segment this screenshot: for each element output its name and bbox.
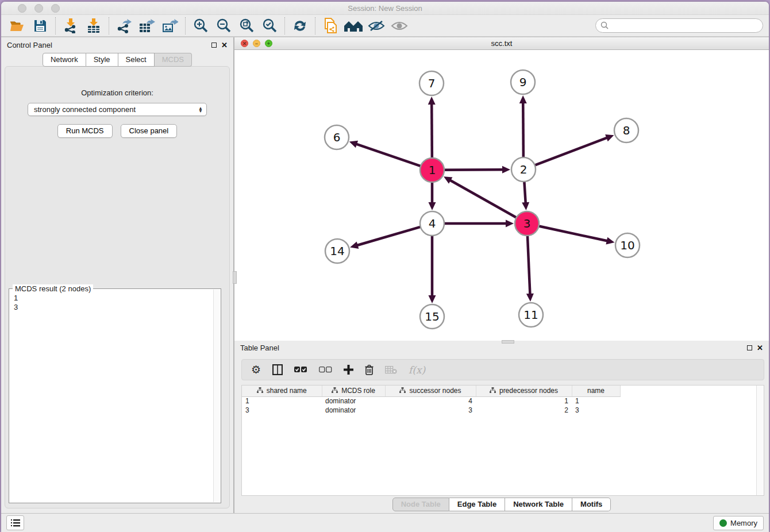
memory-status-dot [719,519,727,527]
float-table-panel-icon[interactable] [747,345,752,350]
node-label-11: 11 [523,308,538,322]
search-input[interactable] [595,18,763,33]
toolbar-separator [284,17,285,34]
result-line: 3 [14,303,218,312]
table-options-gear-icon[interactable]: ⚙ [251,363,261,376]
show-all-eye-icon[interactable] [388,17,411,35]
export-table-icon[interactable] [136,17,159,35]
zoom-fit-icon[interactable] [235,17,258,35]
node-table: shared nameMCDS rolesuccessor nodesprede… [241,385,764,496]
arrowhead-2-9 [519,95,527,103]
mcds-result-box: MCDS result (2 nodes) 13 [9,288,221,503]
arrowhead-3-11 [526,294,534,302]
window-title: Session: New Session [1,4,769,13]
result-scrollbar[interactable] [213,290,220,502]
import-table-icon[interactable] [82,17,105,35]
zoom-out-icon[interactable] [212,17,235,35]
close-table-panel-icon[interactable]: ✕ [757,345,763,350]
save-session-icon[interactable] [29,17,52,35]
edge-1-2[interactable] [444,169,503,170]
edge-3-10[interactable] [539,226,608,241]
column-header-MCDS-role[interactable]: MCDS role [322,385,385,396]
frame-minimize-button[interactable]: − [253,40,260,47]
cell-successor-nodes: 4 [385,396,476,406]
arrowhead-1-6 [349,141,358,148]
node-label-3: 3 [523,217,531,230]
hierarchy-icon [257,387,263,395]
hierarchy-icon [490,387,496,395]
control-panel: Control Panel ✕ NetworkStyleSelectMCDS O… [1,37,234,513]
new-network-from-selection-icon[interactable] [319,17,342,35]
node-label-15: 15 [425,310,439,323]
frame-close-button[interactable]: ✕ [241,40,248,47]
delete-column-trash-icon[interactable] [365,365,374,375]
node-label-6: 6 [333,130,341,144]
column-header-name[interactable]: name [572,385,620,396]
horizontal-splitter-grip[interactable] [502,340,514,344]
table-scrollbar[interactable] [756,385,764,495]
unselect-all-columns-icon[interactable] [319,367,332,373]
memory-button[interactable]: Memory [713,516,764,530]
tab-network[interactable]: Network [43,53,86,67]
edge-4-14[interactable] [357,227,421,245]
node-label-9: 9 [519,75,527,89]
create-column-plus-icon[interactable] [344,365,353,375]
column-header-successor-nodes[interactable]: successor nodes [385,385,476,396]
network-frame-titlebar: ✕ − + scc.txt [234,37,769,50]
show-columns-icon[interactable] [272,364,283,375]
export-image-icon[interactable] [159,17,182,35]
task-history-button[interactable] [6,515,24,530]
tab-edge-table[interactable]: Edge Table [449,498,505,511]
run-mcds-button[interactable]: Run MCDS [57,124,113,138]
optimization-criterion-select[interactable]: strongly connected component ▲▼ [28,103,207,116]
tab-motifs[interactable]: Motifs [572,498,611,511]
edge-1-7[interactable] [432,103,432,158]
close-panel-icon[interactable]: ✕ [221,43,228,48]
cell-name: 3 [572,406,620,415]
select-all-columns-icon[interactable] [294,367,307,373]
hide-selected-eye-icon[interactable] [365,17,388,35]
table-row[interactable]: 3dominator323 [242,406,620,415]
edge-3-1[interactable] [449,180,516,218]
arrowhead-2-3 [522,202,529,210]
node-label-4: 4 [429,217,436,230]
zoom-in-icon[interactable] [189,17,212,35]
tab-select[interactable]: Select [118,53,155,67]
tab-network-table[interactable]: Network Table [505,498,572,511]
frame-maximize-button[interactable]: + [265,40,272,47]
open-file-icon[interactable] [6,17,29,35]
network-canvas[interactable]: 7968124314101511 [234,50,769,341]
refresh-icon[interactable] [288,17,311,35]
toolbar-separator [109,17,109,34]
edge-1-6[interactable] [356,144,421,166]
tab-style[interactable]: Style [86,53,118,67]
edge-2-3[interactable] [524,182,525,203]
edge-2-8[interactable] [535,137,608,165]
zoom-selected-icon[interactable] [258,17,281,35]
arrowhead-1-2 [502,166,510,174]
import-network-icon[interactable] [59,17,82,35]
memory-label: Memory [730,519,757,527]
cell-MCDS-role: dominator [322,406,385,415]
close-panel-button[interactable]: Close panel [121,124,178,138]
column-label: successor nodes [409,387,461,395]
vertical-splitter-grip[interactable] [233,271,237,284]
tab-mcds[interactable]: MCDS [155,53,192,67]
arrowhead-2-8 [605,134,614,141]
column-header-predecessor-nodes[interactable]: predecessor nodes [476,385,572,396]
node-label-10: 10 [620,238,634,252]
edge-2-9[interactable] [523,102,523,157]
select-stepper-icon: ▲▼ [198,107,203,113]
toolbar-separator [185,17,186,34]
delete-table-icon [385,366,397,374]
mcds-result-title: MCDS result (2 nodes) [13,284,93,293]
first-neighbors-icon[interactable] [342,17,365,35]
float-panel-icon[interactable] [211,43,217,48]
cell-name: 1 [572,396,620,406]
edge-3-11[interactable] [528,236,530,295]
tab-node-table[interactable]: Node Table [392,498,449,511]
table-row[interactable]: 1dominator411 [242,396,620,406]
column-header-shared-name[interactable]: shared name [242,385,322,396]
export-network-icon[interactable] [113,17,136,35]
control-panel-tabs: NetworkStyleSelectMCDS [1,53,233,67]
